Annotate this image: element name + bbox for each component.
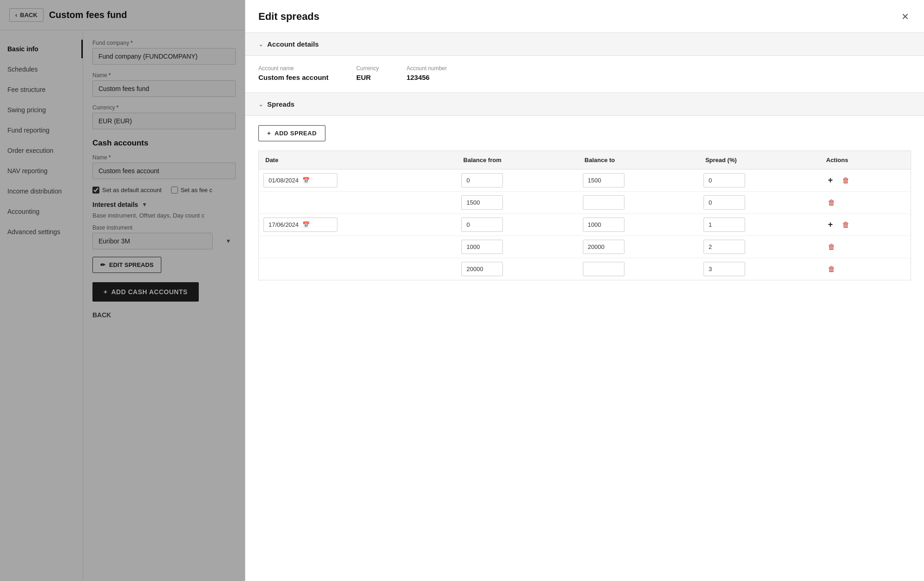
account-number-field: Account number 123456 [406,65,447,81]
table-row: 🗑 [259,192,911,214]
account-name-field: Account name Custom fees account [258,65,329,81]
modal-panel: Edit spreads ✕ ⌄ Account details Account… [245,0,924,581]
spread-cell [699,169,820,192]
calendar-icon[interactable]: 📅 [302,177,310,184]
account-details-title: Account details [267,40,319,48]
left-panel: ‹ BACK Custom fees fund Basic info Sched… [0,0,245,581]
balance-to-input[interactable] [583,195,624,210]
modal-header: Edit spreads ✕ [245,0,924,33]
close-button[interactable]: ✕ [900,9,911,24]
spread-input[interactable] [704,262,745,276]
balance-from-cell [457,258,578,280]
spread-cell [699,192,820,214]
balance-to-cell [578,258,699,280]
table-row: 17/06/2024📅+🗑 [259,214,911,236]
balance-from-input[interactable] [461,240,503,254]
currency-label: Currency [356,65,379,72]
balance-to-input[interactable] [583,262,624,276]
trash-icon: 🗑 [842,221,850,229]
actions-cell: 🗑 [820,258,911,280]
trash-icon: 🗑 [828,243,835,251]
spread-input[interactable] [704,173,745,188]
spreads-table: Date Balance from Balance to Spread (%) … [258,151,911,280]
balance-to-cell [578,169,699,192]
balance-from-cell [457,192,578,214]
currency-value: EUR [356,73,379,81]
table-header-row: Date Balance from Balance to Spread (%) … [259,151,911,169]
spreads-body: + ADD SPREAD Date Balance from Balance t… [245,116,924,290]
balance-from-cell [457,214,578,236]
date-cell [259,236,457,258]
trash-icon: 🗑 [828,265,835,273]
spread-input[interactable] [704,240,745,254]
spread-input[interactable] [704,195,745,210]
plus-icon: + [267,130,271,137]
add-spread-button[interactable]: + ADD SPREAD [258,125,325,141]
chevron-down-icon: ⌄ [258,41,263,48]
add-row-button[interactable]: + [824,174,837,187]
balance-to-cell [578,214,699,236]
col-balance-from: Balance from [457,151,578,169]
balance-to-cell [578,236,699,258]
spread-cell [699,236,820,258]
actions-cell: 🗑 [820,236,911,258]
balance-from-input[interactable] [461,195,503,210]
balance-from-input[interactable] [461,262,503,276]
col-balance-to: Balance to [578,151,699,169]
date-value: 17/06/2024 [269,221,299,228]
date-input-wrapper[interactable]: 17/06/2024📅 [263,218,337,232]
balance-to-cell [578,192,699,214]
add-row-button[interactable]: + [824,218,837,231]
calendar-icon[interactable]: 📅 [302,221,310,228]
spreads-section-header[interactable]: ⌄ Spreads [245,93,924,116]
close-icon: ✕ [901,12,909,22]
spread-cell [699,214,820,236]
actions-cell: +🗑 [820,169,911,192]
col-actions: Actions [820,151,911,169]
spreads-chevron-icon: ⌄ [258,101,263,108]
col-date: Date [259,151,457,169]
account-name-label: Account name [258,65,329,72]
table-row: 🗑 [259,258,911,280]
table-row: 01/08/2024📅+🗑 [259,169,911,192]
actions-cell: 🗑 [820,192,911,214]
actions-cell-inner: 🗑 [824,263,906,275]
delete-row-button[interactable]: 🗑 [838,175,853,187]
account-name-value: Custom fees account [258,73,329,81]
account-details-section-header[interactable]: ⌄ Account details [245,33,924,56]
trash-icon: 🗑 [842,176,850,184]
actions-cell-inner: 🗑 [824,197,906,209]
modal-title: Edit spreads [258,11,319,23]
actions-cell: +🗑 [820,214,911,236]
spread-cell [699,258,820,280]
actions-cell-inner: +🗑 [824,174,906,187]
balance-from-input[interactable] [461,218,503,232]
delete-row-button[interactable]: 🗑 [824,197,839,209]
balance-to-input[interactable] [583,218,624,232]
date-input-wrapper[interactable]: 01/08/2024📅 [263,173,337,188]
spreads-section-title: Spreads [267,100,294,108]
date-cell [259,192,457,214]
balance-from-cell [457,236,578,258]
balance-to-input[interactable] [583,173,624,188]
account-number-value: 123456 [406,73,447,81]
balance-from-cell [457,169,578,192]
date-cell [259,258,457,280]
account-number-label: Account number [406,65,447,72]
actions-cell-inner: 🗑 [824,241,906,253]
date-cell: 01/08/2024📅 [259,169,457,192]
balance-from-input[interactable] [461,173,503,188]
trash-icon: 🗑 [828,199,835,206]
delete-row-button[interactable]: 🗑 [824,263,839,275]
delete-row-button[interactable]: 🗑 [838,219,853,231]
table-row: 🗑 [259,236,911,258]
delete-row-button[interactable]: 🗑 [824,241,839,253]
spread-input[interactable] [704,218,745,232]
balance-to-input[interactable] [583,240,624,254]
overlay [0,0,245,581]
currency-field: Currency EUR [356,65,379,81]
date-value: 01/08/2024 [269,177,299,184]
account-details-body: Account name Custom fees account Currenc… [245,56,924,93]
add-spread-label: ADD SPREAD [275,130,317,137]
modal-body: ⌄ Account details Account name Custom fe… [245,33,924,581]
